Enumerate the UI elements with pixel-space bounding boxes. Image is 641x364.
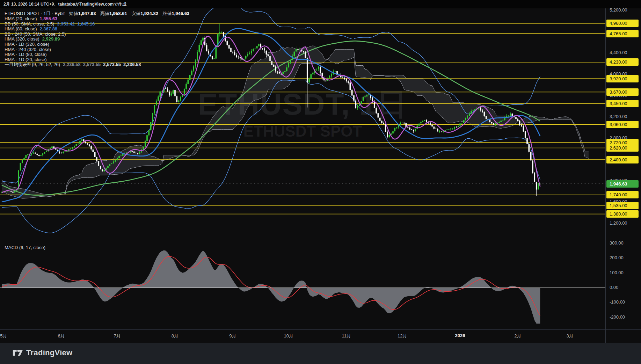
indicator-row-7[interactable]: HMA · 1D (80, close) bbox=[5, 52, 189, 57]
price-level-badge-1535: 1,535.00 bbox=[606, 202, 639, 209]
indicator-label: HMA (80, close) bbox=[5, 26, 37, 31]
tradingview-brand[interactable]: TradingView bbox=[13, 348, 73, 357]
indicator-row-5[interactable]: HMA · 1D (320, close) bbox=[5, 42, 189, 47]
indicator-label: HMA (320, close) bbox=[5, 36, 39, 42]
indicator-row-0[interactable]: HMA (20, close)1,855.63 bbox=[5, 16, 189, 22]
ichimoku-cloud bbox=[2, 46, 589, 198]
symbol-ohlc-row[interactable]: ETHUSDT SPOT · 1日 · Bybit 始値1,947.93 高値1… bbox=[5, 10, 189, 16]
close-label: 終値 bbox=[163, 11, 172, 16]
price-axis-border bbox=[605, 8, 606, 343]
open-value: 1,947.93 bbox=[78, 11, 96, 16]
low-label: 安値 bbox=[131, 11, 140, 16]
price-level-badge-4960: 4,960.00 bbox=[606, 20, 639, 27]
indicator-label: HMA · 1D (20, close) bbox=[5, 57, 47, 62]
macd-tick-100: 100.00 bbox=[610, 270, 640, 276]
price-level-badge-1740: 1,740.00 bbox=[606, 191, 639, 198]
indicator-label: HMA · 1D (80, close) bbox=[5, 52, 47, 57]
time-label-10: 3月 bbox=[567, 333, 574, 339]
indicator-row-1[interactable]: BB (50, SMA, close, 2.5)3,953.421,645.16 bbox=[5, 22, 189, 27]
indicator-row-6[interactable]: HMA · 240 (320, close) bbox=[5, 47, 189, 52]
pane-divider[interactable] bbox=[0, 242, 641, 242]
price-level-badge-4230: 4,230.00 bbox=[606, 58, 639, 66]
indicator-value: 1,645.16 bbox=[77, 21, 95, 27]
macd-tick-300: 300.00 bbox=[610, 240, 640, 247]
price-level-badge-3670: 3,670.00 bbox=[606, 88, 639, 96]
time-label-1: 6月 bbox=[58, 333, 65, 339]
tradingview-brand-text: TradingView bbox=[26, 348, 73, 357]
indicator-value: 3,953.42 bbox=[57, 21, 75, 27]
indicator-value: 2,573.55 bbox=[103, 62, 121, 67]
macd-tick--200: -200.00 bbox=[610, 314, 640, 321]
price-tick-3200: 3,200.00 bbox=[610, 114, 640, 120]
time-label-9: 2月 bbox=[514, 333, 521, 339]
indicator-value: 2,236.58 bbox=[63, 62, 81, 67]
price-level-badge-3920: 3,920.00 bbox=[606, 75, 639, 82]
creation-info-bar: 2月 13, 2026 16:14 UTC+9、takatabaがTrading… bbox=[0, 0, 641, 8]
price-tick-4400: 4,400.00 bbox=[610, 50, 640, 56]
macd-pane[interactable] bbox=[0, 250, 605, 324]
low-value: 1,924.82 bbox=[140, 11, 158, 16]
bottom-brand-bar: TradingView bbox=[0, 343, 641, 364]
tradingview-logo-icon bbox=[13, 349, 23, 356]
macd-tick-200: 200.00 bbox=[610, 255, 640, 261]
high-value: 1,958.61 bbox=[109, 11, 127, 16]
indicator-row-2[interactable]: HMA (80, close)2,367.88 bbox=[5, 27, 189, 32]
indicator-row-8[interactable]: HMA · 1D (20, close) bbox=[5, 57, 189, 63]
time-label-7: 12月 bbox=[398, 333, 407, 339]
macd-tick-0: 0.00 bbox=[610, 285, 640, 291]
indicator-row-3[interactable]: BB · 240 (50, SMA, close, 2.5) bbox=[5, 32, 189, 37]
close-value: 1,946.63 bbox=[172, 11, 190, 16]
time-label-2: 7月 bbox=[114, 333, 121, 339]
indicator-label: HMA · 1D (320, close) bbox=[5, 42, 49, 47]
indicator-label: 一目均衡表® (9, 26, 52, 26) bbox=[5, 62, 60, 67]
indicator-value: 2,367.88 bbox=[39, 26, 57, 31]
indicator-value: 2,573.55 bbox=[83, 62, 101, 67]
time-label-6: 11月 bbox=[342, 333, 351, 339]
time-axis-border bbox=[0, 329, 641, 330]
macd-area bbox=[2, 250, 540, 324]
indicator-row-9[interactable]: 一目均衡表® (9, 26, 52, 26)2,236.582,573.552,… bbox=[5, 62, 189, 67]
indicator-legend: ETHUSDT SPOT · 1日 · Bybit 始値1,947.93 高値1… bbox=[5, 10, 189, 67]
price-tick-1200: 1,200.00 bbox=[610, 220, 640, 227]
symbol-title[interactable]: ETHUSDT SPOT · 1日 · Bybit bbox=[5, 11, 65, 16]
indicator-value: 2,929.89 bbox=[42, 36, 60, 42]
price-level-badge-3060: 3,060.00 bbox=[606, 121, 639, 128]
indicator-row-4[interactable]: HMA (320, close)2,929.89 bbox=[5, 37, 189, 42]
price-level-badge-2620: 2,620.00 bbox=[606, 144, 639, 152]
high-label: 高値 bbox=[100, 11, 109, 16]
macd-tick--100: -100.00 bbox=[610, 299, 640, 306]
indicator-label: HMA · 240 (320, close) bbox=[5, 47, 51, 52]
price-level-badge-4765: 4,765.00 bbox=[606, 30, 639, 37]
time-label-3: 8月 bbox=[172, 333, 179, 339]
indicator-label: HMA (20, close) bbox=[5, 16, 37, 21]
price-level-badge-1380: 1,380.00 bbox=[606, 210, 639, 218]
time-label-0: 5月 bbox=[0, 333, 7, 339]
indicator-rows: HMA (20, close)1,855.63BB (50, SMA, clos… bbox=[5, 16, 189, 67]
indicator-label: BB (50, SMA, close, 2.5) bbox=[5, 21, 54, 27]
price-level-badge-3450: 3,450.00 bbox=[606, 100, 639, 107]
time-label-4: 9月 bbox=[229, 333, 236, 339]
current-price-badge: 1,946.63 bbox=[606, 180, 639, 188]
indicator-value: 2,236.58 bbox=[123, 62, 141, 67]
open-label: 始値 bbox=[69, 11, 78, 16]
time-label-5: 10月 bbox=[284, 333, 293, 339]
price-level-badge-2400: 2,400.00 bbox=[606, 156, 639, 163]
indicator-label: BB · 240 (50, SMA, close, 2.5) bbox=[5, 31, 66, 37]
macd-legend[interactable]: MACD (9, 17, close) bbox=[5, 245, 45, 250]
indicator-value: 1,855.63 bbox=[39, 16, 57, 21]
time-label-8: 2026 bbox=[455, 333, 465, 338]
tradingview-chart-window: ETHUSDT, 1日 ETHUSDT SPOT 2月 13, 2026 16:… bbox=[0, 0, 641, 364]
